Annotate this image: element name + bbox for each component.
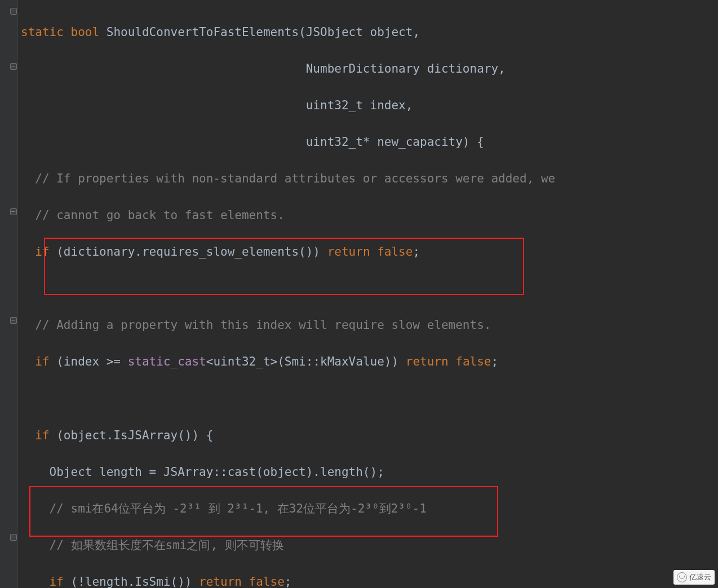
- cloud-icon: [677, 572, 687, 582]
- fold-icon[interactable]: [10, 8, 17, 15]
- watermark: 亿速云: [673, 570, 715, 585]
- code-line: NumberDictionary dictionary,: [21, 60, 555, 78]
- code-line: if (index >= static_cast<uint32_t>(Smi::…: [21, 353, 555, 371]
- watermark-text: 亿速云: [689, 572, 711, 583]
- code-line: [21, 389, 555, 408]
- code-line: // If properties with non-standard attri…: [21, 170, 555, 188]
- code-line: Object length = JSArray::cast(object).le…: [21, 463, 555, 482]
- fold-icon[interactable]: [10, 208, 17, 215]
- fold-icon[interactable]: [10, 317, 17, 324]
- code-line: if (object.IsJSArray()) {: [21, 426, 555, 445]
- code-line: static bool ShouldConvertToFastElements(…: [21, 23, 555, 42]
- code-line: uint32_t index,: [21, 96, 555, 115]
- code-editor[interactable]: static bool ShouldConvertToFastElements(…: [21, 5, 555, 588]
- code-line: if (!length.IsSmi()) return false;: [21, 573, 555, 588]
- code-line: [21, 279, 555, 298]
- fold-icon[interactable]: [10, 534, 17, 541]
- code-line: // smi在64位平台为 -2³¹ 到 2³¹-1, 在32位平台为-2³⁰到…: [21, 500, 555, 518]
- code-line: // cannot go back to fast elements.: [21, 206, 555, 225]
- code-line: // 如果数组长度不在smi之间, 则不可转换: [21, 536, 555, 555]
- gutter: [0, 0, 18, 588]
- code-line: if (dictionary.requires_slow_elements())…: [21, 243, 555, 261]
- code-line: // Adding a property with this index wil…: [21, 316, 555, 335]
- code-line: uint32_t* new_capacity) {: [21, 133, 555, 152]
- fold-icon[interactable]: [10, 63, 17, 70]
